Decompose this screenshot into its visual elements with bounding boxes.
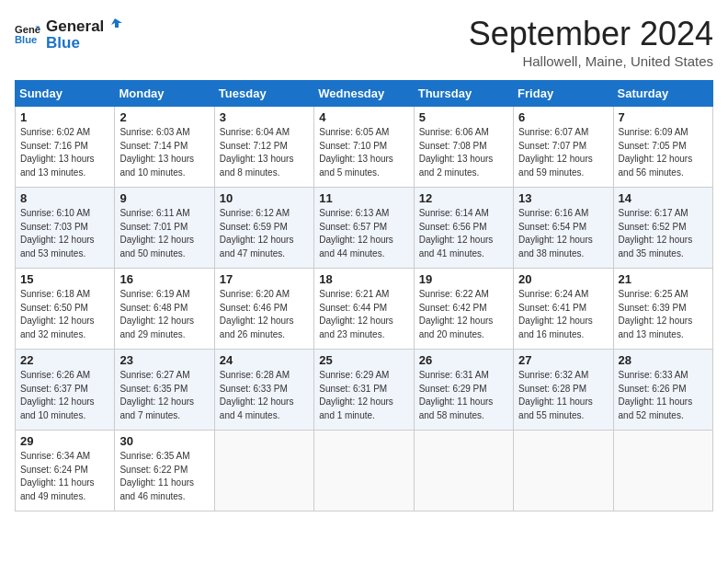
day-info: Sunrise: 6:13 AM Sunset: 6:57 PM Dayligh… [319, 207, 408, 260]
calendar-cell: 27Sunrise: 6:32 AM Sunset: 6:28 PM Dayli… [514, 350, 613, 431]
calendar-cell: 13Sunrise: 6:16 AM Sunset: 6:54 PM Dayli… [514, 188, 613, 269]
day-number: 24 [220, 353, 309, 367]
day-info: Sunrise: 6:29 AM Sunset: 6:31 PM Dayligh… [319, 369, 408, 422]
svg-text:General: General [15, 23, 40, 34]
calendar-cell: 11Sunrise: 6:13 AM Sunset: 6:57 PM Dayli… [314, 188, 414, 269]
day-number: 15 [20, 272, 109, 286]
logo-bird-icon [106, 15, 122, 31]
day-number: 20 [518, 272, 608, 286]
day-info: Sunrise: 6:33 AM Sunset: 6:26 PM Dayligh… [619, 369, 708, 422]
day-info: Sunrise: 6:32 AM Sunset: 6:28 PM Dayligh… [518, 369, 608, 422]
calendar-cell: 5Sunrise: 6:06 AM Sunset: 7:08 PM Daylig… [414, 107, 513, 188]
day-info: Sunrise: 6:09 AM Sunset: 7:05 PM Dayligh… [619, 126, 708, 179]
day-info: Sunrise: 6:12 AM Sunset: 6:59 PM Dayligh… [220, 207, 309, 260]
calendar-week-1: 1Sunrise: 6:02 AM Sunset: 7:16 PM Daylig… [16, 107, 713, 188]
day-info: Sunrise: 6:03 AM Sunset: 7:14 PM Dayligh… [119, 126, 209, 179]
col-wednesday: Wednesday [314, 81, 414, 107]
logo: General Blue General Blue [15, 15, 122, 52]
day-info: Sunrise: 6:16 AM Sunset: 6:54 PM Dayligh… [518, 207, 608, 260]
calendar-cell: 29Sunrise: 6:34 AM Sunset: 6:24 PM Dayli… [16, 431, 115, 511]
logo-icon: General Blue [15, 21, 40, 47]
day-number: 8 [20, 191, 109, 205]
header: General Blue General Blue September 2024… [15, 15, 713, 69]
calendar-cell: 14Sunrise: 6:17 AM Sunset: 6:52 PM Dayli… [613, 188, 712, 269]
day-info: Sunrise: 6:31 AM Sunset: 6:29 PM Dayligh… [419, 369, 508, 422]
day-info: Sunrise: 6:24 AM Sunset: 6:41 PM Dayligh… [518, 288, 608, 341]
day-number: 16 [119, 272, 209, 286]
day-info: Sunrise: 6:35 AM Sunset: 6:22 PM Dayligh… [119, 450, 209, 503]
calendar-cell: 19Sunrise: 6:22 AM Sunset: 6:42 PM Dayli… [414, 269, 513, 350]
col-monday: Monday [115, 81, 214, 107]
day-number: 23 [119, 353, 209, 367]
calendar-cell: 23Sunrise: 6:27 AM Sunset: 6:35 PM Dayli… [115, 350, 214, 431]
day-info: Sunrise: 6:26 AM Sunset: 6:37 PM Dayligh… [20, 369, 109, 422]
calendar-cell: 21Sunrise: 6:25 AM Sunset: 6:39 PM Dayli… [613, 269, 712, 350]
day-info: Sunrise: 6:28 AM Sunset: 6:33 PM Dayligh… [220, 369, 309, 422]
calendar-cell: 25Sunrise: 6:29 AM Sunset: 6:31 PM Dayli… [314, 350, 414, 431]
day-info: Sunrise: 6:25 AM Sunset: 6:39 PM Dayligh… [619, 288, 708, 341]
day-info: Sunrise: 6:04 AM Sunset: 7:12 PM Dayligh… [220, 126, 309, 179]
col-thursday: Thursday [414, 81, 513, 107]
calendar-cell: 24Sunrise: 6:28 AM Sunset: 6:33 PM Dayli… [214, 350, 313, 431]
calendar-cell: 6Sunrise: 6:07 AM Sunset: 7:07 PM Daylig… [514, 107, 613, 188]
day-number: 11 [319, 191, 408, 205]
day-number: 6 [518, 110, 608, 124]
title-area: September 2024 Hallowell, Maine, United … [469, 15, 713, 69]
day-info: Sunrise: 6:07 AM Sunset: 7:07 PM Dayligh… [518, 126, 608, 179]
calendar-cell [414, 431, 513, 511]
calendar-cell: 26Sunrise: 6:31 AM Sunset: 6:29 PM Dayli… [414, 350, 513, 431]
logo-blue: Blue [46, 34, 122, 52]
day-number: 22 [20, 353, 109, 367]
day-number: 1 [20, 110, 109, 124]
day-number: 19 [419, 272, 508, 286]
svg-marker-3 [111, 18, 122, 28]
calendar-cell: 30Sunrise: 6:35 AM Sunset: 6:22 PM Dayli… [115, 431, 214, 511]
day-info: Sunrise: 6:21 AM Sunset: 6:44 PM Dayligh… [319, 288, 408, 341]
calendar-cell: 15Sunrise: 6:18 AM Sunset: 6:50 PM Dayli… [16, 269, 115, 350]
calendar-week-4: 22Sunrise: 6:26 AM Sunset: 6:37 PM Dayli… [16, 350, 713, 431]
calendar-cell: 17Sunrise: 6:20 AM Sunset: 6:46 PM Dayli… [214, 269, 313, 350]
header-row: Sunday Monday Tuesday Wednesday Thursday… [16, 81, 713, 107]
location-title: Hallowell, Maine, United States [469, 53, 713, 69]
calendar-table: Sunday Monday Tuesday Wednesday Thursday… [15, 80, 713, 511]
svg-text:Blue: Blue [15, 33, 37, 44]
day-info: Sunrise: 6:27 AM Sunset: 6:35 PM Dayligh… [119, 369, 209, 422]
calendar-cell: 18Sunrise: 6:21 AM Sunset: 6:44 PM Dayli… [314, 269, 414, 350]
day-number: 2 [119, 110, 209, 124]
day-number: 29 [20, 434, 109, 448]
day-info: Sunrise: 6:17 AM Sunset: 6:52 PM Dayligh… [619, 207, 708, 260]
month-title: September 2024 [469, 15, 713, 53]
day-info: Sunrise: 6:19 AM Sunset: 6:48 PM Dayligh… [119, 288, 209, 341]
day-number: 12 [419, 191, 508, 205]
day-number: 13 [518, 191, 608, 205]
calendar-cell: 12Sunrise: 6:14 AM Sunset: 6:56 PM Dayli… [414, 188, 513, 269]
calendar-cell: 8Sunrise: 6:10 AM Sunset: 7:03 PM Daylig… [16, 188, 115, 269]
day-number: 5 [419, 110, 508, 124]
calendar-cell: 3Sunrise: 6:04 AM Sunset: 7:12 PM Daylig… [214, 107, 313, 188]
day-info: Sunrise: 6:34 AM Sunset: 6:24 PM Dayligh… [20, 450, 109, 503]
day-info: Sunrise: 6:10 AM Sunset: 7:03 PM Dayligh… [20, 207, 109, 260]
calendar-cell [514, 431, 613, 511]
calendar-cell: 7Sunrise: 6:09 AM Sunset: 7:05 PM Daylig… [613, 107, 712, 188]
calendar-cell: 2Sunrise: 6:03 AM Sunset: 7:14 PM Daylig… [115, 107, 214, 188]
day-number: 4 [319, 110, 408, 124]
calendar-cell: 28Sunrise: 6:33 AM Sunset: 6:26 PM Dayli… [613, 350, 712, 431]
day-info: Sunrise: 6:22 AM Sunset: 6:42 PM Dayligh… [419, 288, 508, 341]
logo-general: General [46, 17, 104, 36]
calendar-cell: 9Sunrise: 6:11 AM Sunset: 7:01 PM Daylig… [115, 188, 214, 269]
day-number: 17 [220, 272, 309, 286]
day-number: 18 [319, 272, 408, 286]
calendar-cell: 10Sunrise: 6:12 AM Sunset: 6:59 PM Dayli… [214, 188, 313, 269]
day-number: 25 [319, 353, 408, 367]
calendar-cell: 4Sunrise: 6:05 AM Sunset: 7:10 PM Daylig… [314, 107, 414, 188]
day-info: Sunrise: 6:05 AM Sunset: 7:10 PM Dayligh… [319, 126, 408, 179]
calendar-cell: 20Sunrise: 6:24 AM Sunset: 6:41 PM Dayli… [514, 269, 613, 350]
day-number: 28 [619, 353, 708, 367]
day-number: 10 [220, 191, 309, 205]
col-tuesday: Tuesday [214, 81, 313, 107]
day-number: 14 [619, 191, 708, 205]
calendar-cell: 22Sunrise: 6:26 AM Sunset: 6:37 PM Dayli… [16, 350, 115, 431]
calendar-cell [214, 431, 313, 511]
day-number: 30 [119, 434, 209, 448]
day-info: Sunrise: 6:06 AM Sunset: 7:08 PM Dayligh… [419, 126, 508, 179]
